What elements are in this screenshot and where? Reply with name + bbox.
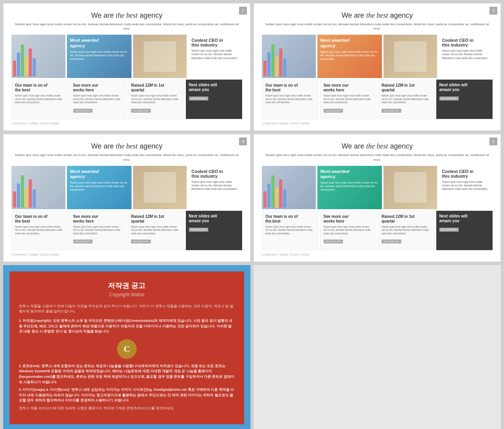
company-name-2: COMPANY NAME GOES HERE — [262, 122, 493, 125]
coolest-title-4: Coolest CEO inthis industry — [442, 169, 489, 178]
award-box-2: Most awardedagency Nulum quis risus eget… — [317, 35, 382, 78]
next-slides-title-1: Next slides willamaze you — [189, 83, 239, 92]
see-more-box-1: See more ourworks here Nulum quis risus … — [70, 80, 126, 119]
raised-btn-3[interactable]: SEE MORE INFO — [131, 240, 151, 243]
raised-btn-4[interactable]: SEE MORE INFO — [382, 240, 401, 243]
slide-title-4: We are the best agency — [262, 142, 493, 150]
our-team-text-4: Nulum quis risus eget uma mollis ornare … — [265, 225, 315, 235]
slide-title-1: We are the best agency — [11, 11, 242, 20]
raised-box-2: Raised 12M in 1stquartal Nulum quis risu… — [378, 80, 435, 119]
see-more-box-2: See more ourworks here Nulum quis risus … — [320, 80, 377, 119]
copyright-section3: 3. 이미지(Image) & 아이콘(Icon): 엔투스 내에 삽입되는 이… — [19, 387, 235, 403]
our-team-title-2: Our team is on ofthe best — [265, 83, 315, 93]
see-more-title-4: See more ourworks here — [324, 214, 373, 224]
raised-btn-1[interactable]: SEE MORE INFO — [131, 109, 151, 113]
award-box-1: Most awardedagency Nulum quis risus eget… — [67, 35, 132, 78]
our-team-title-3: Our team is on ofthe best — [15, 214, 65, 224]
see-more-btn-2[interactable]: SEE MORE INFO — [324, 109, 343, 113]
next-slides-box-3: Next slides willamaze you SEE MORE INFO — [186, 211, 243, 250]
see-more-btn-4[interactable]: SEE MORE INFO — [324, 240, 343, 243]
see-more-btn-1[interactable]: SEE MORE INFO — [73, 109, 93, 113]
copyright-logo-circle: C — [117, 339, 137, 359]
slide-4: 5 We are the best agency Nullam quis ris… — [254, 134, 501, 262]
coolest-box-4: Coolest CEO inthis industry Nulum quis r… — [439, 166, 493, 209]
our-team-box-3: Our team is on ofthe best Nulum quis ris… — [11, 211, 68, 250]
top-image-row-2: Most awardedagency Nulum quis risus eget… — [262, 35, 493, 78]
copyright-inner: 저작권 공고 Copyright Notice 엔투스 제품을 사용하기 전에 … — [9, 271, 244, 425]
award-text-4: Nulum quis risus eget uma mollis ornare … — [321, 181, 379, 191]
raised-title-2: Raised 12M in 1stquartal — [382, 83, 431, 93]
coolest-title-1: Coolest CEO inthis industry — [191, 38, 239, 47]
our-team-title-1: Our team is on ofthe best — [15, 83, 65, 93]
slide-2: 3 We are the best agency Nullam quis ris… — [254, 3, 501, 131]
raised-box-1: Raised 12M in 1stquartal Nulum quis risu… — [128, 80, 184, 119]
see-more-box-4: See more ourworks here Nulum quis risus … — [320, 211, 377, 250]
slide-title-3: We are the best agency — [11, 142, 242, 150]
award-box-3: Most awardedagency Nulum quis risus eget… — [67, 166, 132, 209]
raised-title-1: Raised 12M in 1stquartal — [131, 83, 181, 93]
award-title-3: Most awardedagency — [70, 169, 128, 179]
next-slides-box-4: Next slides willamaze you SEE MORE INFO — [436, 211, 493, 250]
award-title-1: Most awardedagency — [70, 38, 128, 48]
raised-box-3: Raised 12M in 1stquartal Nulum quis risu… — [128, 211, 184, 250]
next-slides-title-3: Next slides willamaze you — [189, 214, 239, 223]
top-image-row-3: Most awardedagency Nulum quis risus eget… — [11, 166, 242, 209]
coolest-title-3: Coolest CEO inthis industry — [191, 169, 239, 178]
raised-btn-2[interactable]: SEE MORE INFO — [382, 109, 401, 113]
see-more-title-2: See more ourworks here — [324, 83, 373, 93]
company-name-3: COMPANY NAME GOES HERE — [11, 253, 242, 256]
copyright-intro: 엔투스 제품을 사용하기 전에 다음의 약관을 주의깊게 읽어 주시기 바랍니다… — [19, 304, 235, 314]
chart-image-2 — [262, 35, 316, 78]
copyright-logo: C — [19, 339, 235, 359]
chart-image-1 — [11, 35, 65, 78]
slide-number-2: 3 — [489, 7, 497, 15]
see-more-title-3: See more ourworks here — [73, 214, 123, 224]
our-team-text-1: Nulum quis risus eget uma mollis ornare … — [15, 94, 65, 104]
company-name-1: COMPANY NAME GOES HERE — [11, 122, 242, 125]
coolest-text-2: Nulum quis risus eget uma mollis ornare … — [442, 49, 489, 59]
copyright-section1: 1. 저작권(copyright): 모든 엔투스의 소유 및 저작오든 콘텐트… — [19, 318, 235, 334]
desk-image-1 — [133, 35, 187, 78]
raised-text-2: Nulum quis risus eget uma mollis ornare … — [382, 94, 431, 104]
bottom-row-4: Our team is on ofthe best Nulum quis ris… — [262, 211, 493, 250]
slide-subtitle-2: Nullam quis risus eget uma mollis ornare… — [262, 22, 493, 31]
slide-subtitle-1: Nullam quis risus eget uma mollis ornare… — [11, 22, 242, 31]
copyright-title-kr: 저작권 공고 — [19, 281, 235, 290]
award-title-2: Most awardedagency — [321, 38, 379, 48]
slide-1: 2 We are the best agency Nullam quis ris… — [3, 3, 250, 131]
award-box-4: Most awardedagency Nulum quis risus eget… — [317, 166, 382, 209]
see-more-text-1: Nulum quis risus eget uma mollis ornare … — [73, 94, 123, 104]
next-slides-btn-3[interactable]: SEE MORE INFO — [189, 228, 209, 232]
slide-subtitle-4: Nullam quis risus eget uma mollis ornare… — [262, 153, 493, 162]
see-more-btn-3[interactable]: SEE MORE INFO — [73, 240, 93, 243]
slide-title-2: We are the best agency — [262, 11, 493, 20]
coolest-text-4: Nulum quis risus eget uma mollis ornare … — [442, 180, 489, 191]
see-more-box-3: See more ourworks here Nulum quis risus … — [70, 211, 126, 250]
see-more-title-1: See more ourworks here — [73, 83, 123, 93]
next-slides-btn-1[interactable]: SEE MORE INFO — [189, 97, 209, 100]
our-team-box-4: Our team is on ofthe best Nulum quis ris… — [262, 211, 319, 250]
top-image-row-4: Most awardedagency Nulum quis risus eget… — [262, 166, 493, 209]
bottom-row-1: Our team is on ofthe best Nulum quis ris… — [11, 80, 242, 119]
raised-title-4: Raised 12M in 1stquartal — [382, 214, 431, 224]
our-team-box-2: Our team is on ofthe best Nulum quis ris… — [262, 80, 319, 119]
bottom-row-2: Our team is on ofthe best Nulum quis ris… — [262, 80, 493, 119]
next-slides-btn-2[interactable]: SEE MORE INFO — [439, 97, 459, 100]
gray-placeholder — [254, 265, 501, 429]
raised-box-4: Raised 12M in 1stquartal Nulum quis risu… — [378, 211, 435, 250]
copyright-section2: 2. 폰트(Font): 엔투스 내에 포함되어 있는 폰트는 제공과 나눔꼴을… — [19, 364, 235, 385]
slide-3: 4 We are the best agency Nullam quis ris… — [3, 134, 250, 262]
next-slides-box-1: Next slides willamaze you SEE MORE INFO — [186, 80, 243, 119]
award-text-1: Nulum quis risus eget uma mollis ornare … — [70, 50, 128, 61]
copyright-subtitle: Copyright Notice — [19, 292, 235, 297]
main-grid: 2 We are the best agency Nullam quis ris… — [0, 0, 504, 429]
coolest-box-2: Coolest CEO inthis industry Nulum quis r… — [439, 35, 493, 78]
coolest-title-2: Coolest CEO inthis industry — [442, 38, 489, 47]
slide-number-3: 4 — [239, 137, 247, 145]
company-name-4: COMPANY NAME GOES HERE — [262, 253, 493, 256]
bottom-row-3: Our team is on ofthe best Nulum quis ris… — [11, 211, 242, 250]
raised-title-3: Raised 12M in 1stquartal — [131, 214, 181, 224]
copyright-footer: 엔투스 제품 라이선스에 대한 자세한 사항은 홈페이지 하단에 기재된 콘텐츠… — [19, 406, 235, 411]
next-slides-btn-4[interactable]: SEE MORE INFO — [439, 228, 459, 232]
award-text-2: Nulum quis risus eget uma mollis ornare … — [321, 50, 379, 61]
